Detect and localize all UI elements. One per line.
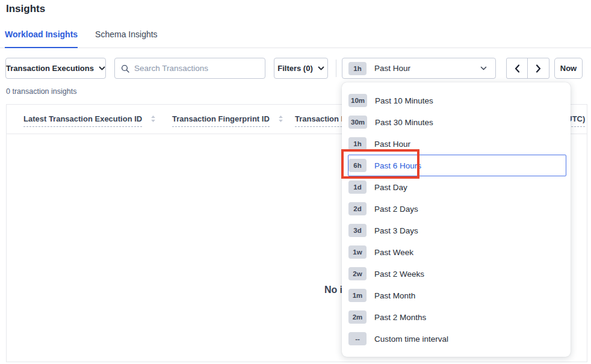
page-title: Insights [6, 3, 45, 15]
time-pager [506, 58, 549, 79]
time-option-label: Past Week [374, 248, 413, 257]
column-label: Transaction Fingerprint ID [172, 114, 270, 127]
filters-button[interactable]: Filters (0) [274, 58, 328, 79]
time-option-badge: 2w [348, 267, 367, 280]
time-range-badge: 1h [348, 62, 367, 75]
previous-interval-button[interactable] [507, 58, 528, 78]
time-range-dropdown: 10m Past 10 Minutes 30m Past 30 Minutes … [342, 82, 571, 357]
time-option-past-2-days[interactable]: 2d Past 2 Days [348, 198, 566, 220]
chevron-down-icon [480, 66, 487, 70]
sort-icon[interactable] [150, 115, 156, 123]
time-option-past-10-minutes[interactable]: 10m Past 10 Minutes [348, 90, 566, 111]
time-option-badge: 6h [348, 159, 367, 172]
time-option-badge: 10m [348, 94, 367, 107]
time-option-past-2-months[interactable]: 2m Past 2 Months [348, 306, 566, 328]
chevron-left-icon [515, 64, 520, 73]
time-option-label: Past Hour [374, 140, 410, 149]
time-option-badge: 2d [348, 202, 367, 215]
time-option-badge: 2m [348, 310, 367, 324]
time-option-label: Past 6 Hours [374, 161, 421, 170]
tab-bar: Workload Insights Schema Insights [0, 26, 591, 48]
time-option-past-3-days[interactable]: 3d Past 3 Days [348, 220, 566, 241]
time-option-label: Past 3 Days [374, 226, 418, 235]
time-option-label: Custom time interval [374, 335, 448, 344]
time-option-past-6-hours[interactable]: 6h Past 6 Hours [348, 155, 566, 176]
time-option-past-week[interactable]: 1w Past Week [348, 241, 566, 263]
time-option-past-day[interactable]: 1d Past Day [348, 176, 566, 198]
time-option-label: Past Month [374, 291, 415, 300]
chevron-right-icon [536, 64, 541, 73]
time-option-badge: 1d [348, 180, 367, 194]
time-option-badge: 1w [348, 245, 367, 259]
column-label: Latest Transaction Execution ID [23, 114, 142, 127]
chevron-down-icon [318, 66, 324, 70]
time-range-select[interactable]: 1h Past Hour [342, 58, 496, 79]
time-range-label: Past Hour [374, 64, 480, 73]
time-option-badge: 3d [348, 224, 367, 237]
transaction-type-select[interactable]: Transaction Executions [5, 58, 106, 79]
time-option-badge: 1m [348, 289, 367, 302]
search-box [114, 58, 265, 79]
time-option-label: Past 2 Weeks [374, 270, 424, 279]
chevron-down-icon [99, 66, 105, 70]
column-header-transaction-fingerprint-id[interactable]: Transaction Fingerprint ID [172, 114, 283, 127]
time-option-past-30-minutes[interactable]: 30m Past 30 Minutes [348, 111, 566, 133]
search-icon [121, 64, 129, 73]
search-input[interactable] [134, 64, 259, 73]
time-option-label: Past 30 Minutes [375, 118, 433, 127]
time-option-past-2-weeks[interactable]: 2w Past 2 Weeks [348, 263, 566, 285]
tab-workload-insights[interactable]: Workload Insights [5, 29, 78, 48]
transaction-type-label: Transaction Executions [6, 64, 94, 73]
time-option-badge: 1h [348, 137, 367, 150]
time-option-label: Past 2 Months [374, 313, 426, 322]
time-option-past-hour[interactable]: 1h Past Hour [348, 133, 566, 155]
tab-schema-insights[interactable]: Schema Insights [95, 29, 158, 48]
toolbar-divider [336, 60, 336, 77]
now-label: Now [560, 64, 577, 73]
next-interval-button[interactable] [528, 58, 549, 78]
time-option-custom-interval[interactable]: -- Custom time interval [348, 328, 566, 350]
time-option-label: Past 10 Minutes [375, 96, 433, 105]
time-option-past-month[interactable]: 1m Past Month [348, 285, 566, 306]
insights-count: 0 transaction insights [6, 87, 76, 96]
time-option-badge: 30m [348, 116, 367, 129]
time-option-label: Past Day [374, 183, 407, 192]
time-option-label: Past 2 Days [374, 205, 418, 214]
sort-icon[interactable] [278, 115, 283, 123]
column-header-latest-transaction-execution-id[interactable]: Latest Transaction Execution ID [23, 114, 156, 127]
time-option-badge: -- [348, 332, 367, 345]
filters-label: Filters (0) [277, 64, 313, 73]
now-button[interactable]: Now [554, 58, 583, 79]
